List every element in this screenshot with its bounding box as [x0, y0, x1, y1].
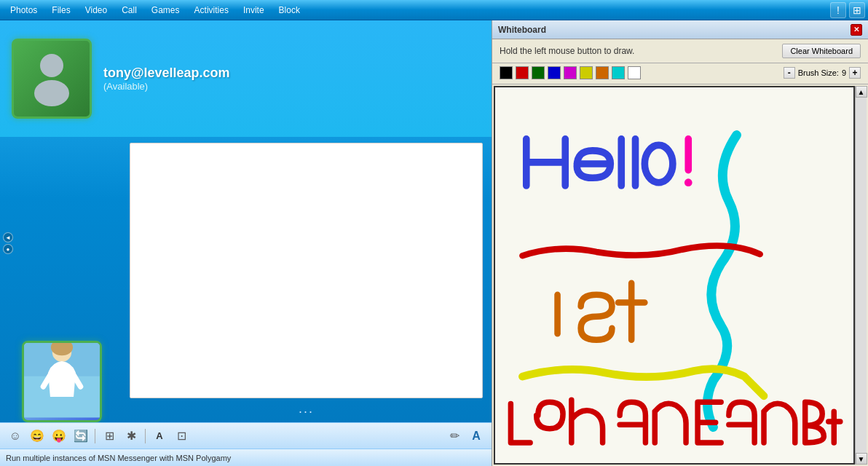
color-yellow[interactable] — [580, 66, 593, 79]
whiteboard-panel: Whiteboard ✕ Hold the left mouse button … — [492, 20, 868, 466]
contact-info: tony@levelleap.com (Available) — [103, 66, 230, 92]
wb-controls: Hold the left mouse button to draw. Clea… — [492, 39, 868, 63]
font-btn[interactable]: A — [150, 427, 169, 446]
wb-close-button[interactable]: ✕ — [851, 24, 862, 36]
brush-size-ctrl: - Brush Size: 9 + — [784, 67, 861, 79]
toolbar-sep-1 — [95, 429, 95, 443]
contact-email: tony@levelleap.com — [103, 66, 230, 81]
chat-area[interactable] — [130, 143, 483, 398]
wb-scroll-up-btn[interactable]: ▲ — [856, 86, 867, 98]
contact-status: (Available) — [103, 81, 230, 92]
left-panel: tony@levelleap.com (Available) ◄ ● — [0, 20, 492, 466]
chat-column: ··· — [124, 137, 492, 422]
color-orange[interactable] — [596, 66, 609, 79]
chat-dots-row: ··· — [124, 401, 489, 422]
handwrite-btn[interactable]: ✱ — [122, 427, 141, 446]
status-bar: Run multiple instances of MSN Messenger … — [0, 449, 492, 466]
pencil-icon[interactable]: ✏ — [445, 427, 464, 446]
svg-point-9 — [684, 178, 693, 186]
left-body: ◄ ● — [0, 137, 492, 422]
svg-point-1 — [34, 80, 69, 106]
menu-right-icons: ! ⊞ — [830, 2, 865, 18]
menu-block[interactable]: Block — [272, 4, 307, 17]
color-cyan[interactable] — [612, 66, 625, 79]
wb-color-row: - Brush Size: 9 + — [492, 63, 868, 84]
brush-label: Brush Size: — [798, 68, 839, 77]
brush-increase-btn[interactable]: + — [849, 67, 861, 79]
main-area: tony@levelleap.com (Available) ◄ ● — [0, 20, 868, 466]
wb-scroll-down-btn[interactable]: ▼ — [856, 453, 867, 465]
wb-title: Whiteboard — [498, 25, 546, 35]
wb-canvas[interactable] — [494, 86, 855, 465]
expand-controls: ◄ ● — [3, 232, 13, 254]
video-thumbnail — [22, 341, 102, 422]
text-color-btn[interactable]: A — [467, 427, 486, 446]
color-white[interactable] — [628, 66, 641, 79]
color-green[interactable] — [532, 66, 545, 79]
menu-activities[interactable]: Activities — [187, 4, 236, 17]
nudge-btn[interactable]: 😛 — [50, 427, 68, 446]
brush-decrease-btn[interactable]: - — [784, 67, 795, 79]
wb-drawing — [495, 87, 853, 463]
avatar-container — [12, 39, 92, 119]
menu-bar: Photos Files Video Call Games Activities… — [0, 0, 868, 20]
color-blue[interactable] — [548, 66, 561, 79]
status-text: Run multiple instances of MSN Messenger … — [6, 454, 231, 462]
avatar-icon — [23, 50, 81, 108]
voice-btn[interactable]: 🔄 — [71, 427, 90, 446]
wb-scrollbar: ▲ ▼ — [855, 86, 867, 465]
brush-size-value: 9 — [842, 68, 846, 77]
menu-photos[interactable]: Photos — [3, 4, 44, 17]
clear-whiteboard-button[interactable]: Clear Whiteboard — [782, 44, 861, 58]
menu-games[interactable]: Games — [144, 4, 187, 17]
expand-btn-2[interactable]: ● — [3, 244, 13, 254]
emoticon-btn[interactable]: ☺ — [6, 427, 25, 446]
style-btn[interactable]: ⊡ — [172, 427, 191, 446]
chat-divider: ··· — [299, 404, 314, 419]
svg-point-8 — [644, 145, 673, 182]
expand-btn-1[interactable]: ◄ — [3, 232, 13, 242]
wb-instruction: Hold the left mouse button to draw. — [500, 46, 775, 56]
menu-invite[interactable]: Invite — [236, 4, 272, 17]
menu-video[interactable]: Video — [78, 4, 114, 17]
color-black[interactable] — [500, 66, 513, 79]
wink-btn[interactable]: 😄 — [28, 427, 47, 446]
alert-icon[interactable]: ! — [830, 2, 846, 18]
wb-canvas-area: ▲ ▼ — [492, 84, 868, 466]
options-icon[interactable]: ⊞ — [849, 2, 865, 18]
bg-btn[interactable]: ⊞ — [100, 427, 119, 446]
color-magenta[interactable] — [564, 66, 577, 79]
color-red[interactable] — [516, 66, 529, 79]
menu-files[interactable]: Files — [44, 4, 77, 17]
toolbar-sep-2 — [145, 429, 146, 443]
contact-header: tony@levelleap.com (Available) — [0, 20, 492, 137]
toolbar-right: ✏ A — [445, 427, 486, 446]
menu-call[interactable]: Call — [114, 4, 144, 17]
left-column: ◄ ● — [0, 137, 124, 422]
svg-point-0 — [40, 54, 63, 77]
wb-title-bar: Whiteboard ✕ — [492, 20, 868, 39]
bottom-toolbar: ☺ 😄 😛 🔄 ⊞ ✱ A ⊡ ✏ A — [0, 422, 492, 449]
